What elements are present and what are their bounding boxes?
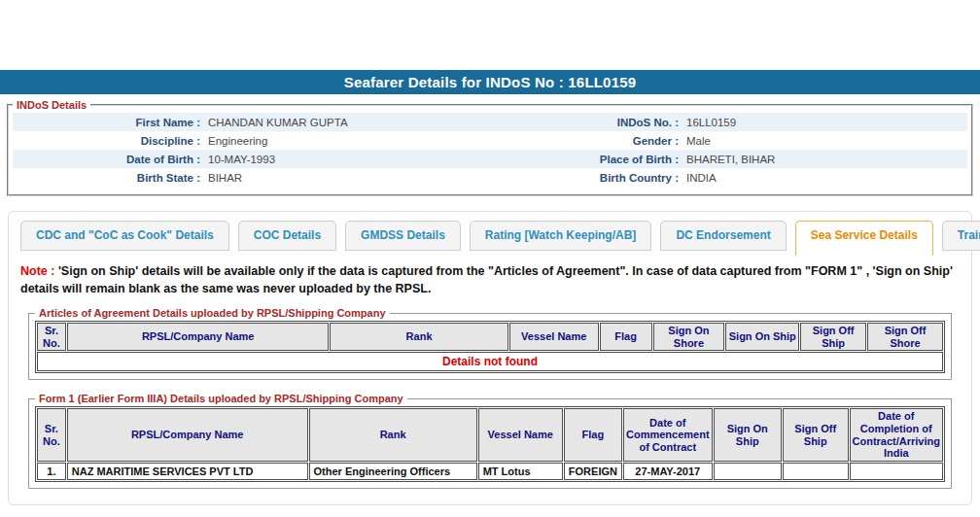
- col-rpsl-company-name: RPSL/Company Name: [67, 408, 308, 462]
- articles-of-agreement-legend: Articles of Agreement Details uploaded b…: [35, 307, 390, 319]
- place-of-birth-label: Place of Birth :: [491, 150, 682, 168]
- indos-details-table: First Name : CHANDAN KUMAR GUPTA INDoS N…: [13, 113, 967, 187]
- cell-sr-no: 1.: [37, 463, 66, 480]
- col-sr-no: Sr. No.: [37, 323, 66, 351]
- cell-commencement-date: 27-MAY-2017: [623, 463, 713, 480]
- details-not-found-message: Details not found: [37, 352, 943, 371]
- col-vessel-name: Vessel Name: [509, 323, 599, 351]
- sign-on-ship-note: Note : 'Sign on Ship' details will be av…: [20, 263, 960, 297]
- col-date-of-commencement: Date of Commencement of Contract: [623, 408, 713, 462]
- tab-gmdss-details[interactable]: GMDSS Details: [345, 221, 461, 251]
- form1-legend: Form 1 (Earlier Form IIIA) Details uploa…: [35, 393, 407, 404]
- birth-state-label: Birth State :: [13, 168, 204, 187]
- col-vessel-name: Vessel Name: [478, 408, 563, 462]
- tab-dc-endorsement[interactable]: DC Endorsement: [660, 221, 786, 251]
- birth-country-label: Birth Country :: [491, 168, 682, 187]
- tab-cdc-coc-as-cook[interactable]: CDC and "CoC as Cook" Details: [20, 221, 229, 251]
- articles-of-agreement-fieldset: Articles of Agreement Details uploaded b…: [28, 307, 952, 380]
- tab-sea-service-details[interactable]: Sea Service Details: [795, 221, 933, 256]
- form1-table: Sr. No. RPSL/Company Name Rank Vessel Na…: [35, 406, 945, 482]
- indos-no-value: 16LL0159: [682, 113, 967, 131]
- note-text: 'Sign on Ship' details will be available…: [20, 264, 953, 295]
- cell-company: NAZ MARITIME SERVICES PVT LTD: [67, 463, 308, 480]
- indos-no-label: INDoS No. :: [491, 113, 682, 131]
- discipline-value: Engineering: [204, 131, 491, 150]
- tab-training-details[interactable]: Training Details: [942, 221, 980, 251]
- articles-header-row: Sr. No. RPSL/Company Name Rank Vessel Na…: [37, 323, 943, 351]
- birth-state-value: BIHAR: [204, 168, 491, 187]
- indos-row-state: Birth State : BIHAR Birth Country : INDI…: [13, 168, 967, 187]
- col-sr-no: Sr. No.: [37, 408, 66, 462]
- cell-completion-date: [850, 463, 944, 480]
- indos-details-fieldset: INDoS Details First Name : CHANDAN KUMAR…: [7, 99, 973, 196]
- tab-panel-container: CDC and "CoC as Cook" Details COC Detail…: [8, 211, 972, 505]
- dob-value: 10-MAY-1993: [204, 150, 491, 168]
- gender-label: Gender :: [491, 131, 682, 150]
- indos-row-birth: Date of Birth : 10-MAY-1993 Place of Bir…: [13, 150, 967, 168]
- col-flag: Flag: [600, 323, 652, 351]
- discipline-label: Discipline :: [13, 131, 204, 150]
- col-sign-on-ship: Sign On Ship: [725, 323, 799, 351]
- place-of-birth-value: BHARETI, BIHAR: [682, 150, 967, 168]
- tab-rating-watch-keeping[interactable]: Rating [Watch Keeping/AB]: [470, 221, 652, 251]
- col-sign-off-ship: Sign Off Ship: [783, 408, 849, 462]
- col-rank: Rank: [330, 323, 508, 351]
- tab-coc-details[interactable]: COC Details: [238, 221, 336, 251]
- form1-data-row: 1. NAZ MARITIME SERVICES PVT LTD Other E…: [37, 463, 943, 480]
- col-flag: Flag: [564, 408, 622, 462]
- tab-strip: CDC and "CoC as Cook" Details COC Detail…: [9, 212, 971, 255]
- col-sign-off-ship: Sign Off Ship: [800, 323, 866, 351]
- form1-header-row: Sr. No. RPSL/Company Name Rank Vessel Na…: [37, 408, 943, 462]
- col-sign-on-shore: Sign On Shore: [653, 323, 725, 351]
- dob-label: Date of Birth :: [13, 150, 204, 168]
- form1-fieldset: Form 1 (Earlier Form IIIA) Details uploa…: [28, 393, 952, 489]
- first-name-value: CHANDAN KUMAR GUPTA: [204, 113, 491, 131]
- indos-details-legend: INDoS Details: [13, 99, 90, 111]
- cell-sign-off-ship: [783, 463, 849, 480]
- col-date-of-completion: Date of Completion of Contract/Arriving …: [850, 408, 944, 462]
- cell-vessel: MT Lotus: [478, 463, 563, 480]
- col-rank: Rank: [309, 408, 477, 462]
- col-sign-off-shore: Sign Off Shore: [867, 323, 943, 351]
- note-prefix: Note :: [20, 264, 54, 278]
- birth-country-value: INDIA: [682, 168, 967, 187]
- col-sign-on-ship: Sign On Ship: [714, 408, 782, 462]
- cell-flag: FOREIGN: [564, 463, 622, 480]
- indos-row-discipline: Discipline : Engineering Gender : Male: [13, 131, 967, 150]
- page-title: Seafarer Details for INDoS No : 16LL0159: [0, 70, 980, 94]
- articles-of-agreement-table: Sr. No. RPSL/Company Name Rank Vessel Na…: [35, 321, 945, 373]
- first-name-label: First Name :: [13, 113, 204, 131]
- cell-rank: Other Engineering Officers: [309, 463, 477, 480]
- indos-row-name: First Name : CHANDAN KUMAR GUPTA INDoS N…: [13, 113, 967, 131]
- gender-value: Male: [682, 131, 967, 150]
- col-rpsl-company-name: RPSL/Company Name: [67, 323, 329, 351]
- cell-sign-on-ship: [714, 463, 782, 480]
- articles-empty-row: Details not found: [37, 352, 943, 371]
